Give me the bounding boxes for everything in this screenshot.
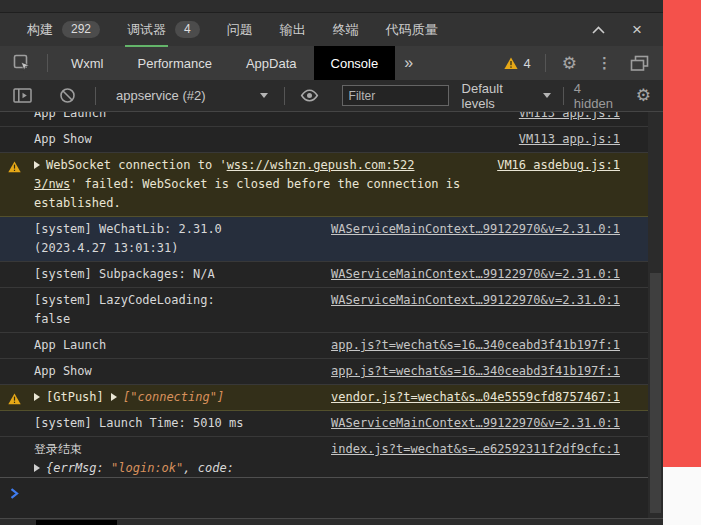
console-input-line[interactable] [0,477,648,519]
panel-tab-label: 终端 [333,21,359,39]
log-levels-selector[interactable]: Default levels [462,81,551,111]
panel-tab-5[interactable]: 代码质量 [386,13,438,46]
console-row: [system] WeChatLib: 2.31.0(2023.4.27 13:… [0,217,648,262]
expand-arrow-icon[interactable] [34,464,40,472]
source-link[interactable]: WAServiceMainContext…99122970&v=2.31.0:1 [331,414,620,433]
console-row: [system] Subpackages: N/AWAServiceMainCo… [0,262,648,288]
source-link[interactable]: WAServiceMainContext…99122970&v=2.31.0:1 [331,265,620,284]
panel-tab-badge: 292 [62,21,100,38]
devtools-tab-console[interactable]: Console [314,46,396,80]
devtools-tab-performance[interactable]: Performance [121,46,229,80]
source-link[interactable]: vendor.js?t=wechat&s…04e5559cfd8757467:1 [331,388,620,407]
panel-tab-0[interactable]: 构建292 [27,13,100,46]
source-link[interactable]: app.js?t=wechat&s=16…340ceabd3f41b197f:1 [331,336,620,355]
devtools-tabs: WxmlPerformanceAppDataConsole [54,46,395,80]
execution-context-selector[interactable]: appservice (#2) [116,88,268,103]
simulator-edge-bottom [663,467,701,525]
console-row: [GtPush] ["connecting"]vendor.js?t=wecha… [0,385,648,411]
panel-tab-3[interactable]: 输出 [280,13,306,46]
console-row: App Showapp.js?t=wechat&s=16…340ceabd3f4… [0,359,648,385]
message-text: [system] Subpackages: N/A [34,267,215,281]
context-selector-label: appservice (#2) [116,88,206,103]
console-scrollbar[interactable] [648,112,663,518]
undock-windows-icon[interactable] [622,55,655,72]
console-row: [system] LazyCodeLoading:falseWAServiceM… [0,288,648,333]
debugger-panel: 构建292调试器4问题输出终端代码质量 × WxmlPerformanceApp… [0,0,663,525]
console-toolbar: appservice (#2) Default levels 4 hidden … [0,80,663,112]
inline-link[interactable]: wss://wshzn.gepush.com:522 [227,158,415,172]
expand-arrow-icon[interactable] [34,393,40,401]
inspect-element-icon[interactable] [13,54,31,72]
chevron-down-icon [543,93,551,98]
source-link[interactable]: WAServiceMainContext…99122970&v=2.31.0:1 [331,220,620,239]
console-message: [system] WeChatLib: 2.31.0(2023.4.27 13:… [34,220,321,258]
warning-icon [504,57,518,70]
warning-count[interactable]: 4 [504,56,531,71]
message-text: established. [34,196,121,210]
message-text: (2023.4.27 13:01:31) [34,241,179,255]
console-settings-gear-icon[interactable]: ⚙ [626,87,663,104]
message-text: [system] LazyCodeLoading: [34,293,215,307]
simulator-edge [663,0,701,467]
titlebar-strip [0,0,663,13]
panel-tab-label: 问题 [227,21,253,39]
panel-tab-2[interactable]: 问题 [227,13,253,46]
message-text: WebSocket connection to ' [46,158,227,172]
console-sidebar-toggle-icon[interactable] [0,88,41,103]
console-message: [system] Subpackages: N/A [34,265,321,284]
warning-icon [8,160,21,179]
console-row: WebSocket connection to 'wss://wshzn.gep… [0,153,648,217]
message-text: App Show [34,364,92,378]
console-message: [GtPush] ["connecting"] [34,388,321,407]
message-text: [GtPush] [46,390,111,404]
message-text: , code: [183,461,234,475]
devtools-tab-wxml[interactable]: Wxml [54,46,121,80]
console-message: WebSocket connection to 'wss://wshzn.gep… [34,156,487,213]
settings-gear-icon[interactable]: ⚙ [552,55,587,72]
warning-count-label: 4 [524,56,531,71]
divider [545,54,546,72]
inline-link[interactable]: 3/nws [34,177,70,191]
source-link[interactable]: WAServiceMainContext…99122970&v=2.31.0:1 [331,291,620,310]
live-expression-eye-icon[interactable] [291,89,328,102]
devtools-tab-appdata[interactable]: AppData [229,46,314,80]
console-row: [system] Launch Time: 5010 msWAServiceMa… [0,411,648,437]
source-link[interactable]: app.js?t=wechat&s=16…340ceabd3f41b197f:1 [331,362,620,381]
kebab-menu-icon[interactable]: ⋮ [587,54,622,72]
clear-console-icon[interactable] [50,87,85,104]
console-message: App Show [34,362,321,381]
window-controls: × [592,21,663,38]
console-row: App Launchapp.js?t=wechat&s=16…340ceabd3… [0,333,648,359]
panel-tab-badge: 4 [175,21,200,38]
message-text: 登录结束 [34,442,82,456]
message-text: App Show [34,132,92,146]
panel-tab-label: 调试器 [127,21,166,39]
expand-arrow-icon[interactable] [34,161,40,169]
message-text: {errMsg: [46,461,111,475]
source-link[interactable]: VM113 app.js:1 [519,130,620,149]
expand-arrow-icon[interactable] [111,393,117,401]
message-text: App Launch [34,338,106,352]
source-link[interactable]: VM16 asdebug.js:1 [497,156,620,175]
console-row: App ShowVM113 app.js:1 [0,127,648,153]
close-panel-icon[interactable]: × [632,21,642,38]
divider [47,54,48,72]
more-tabs-icon[interactable]: » [395,54,422,72]
filter-input[interactable] [342,85,449,106]
panel-tab-4[interactable]: 终端 [333,13,359,46]
devtools-tabbar-right: 4 ⚙ ⋮ [504,54,663,72]
panel-tab-label: 代码质量 [386,21,438,39]
message-text: ' failed: WebSocket is closed before the… [70,177,460,191]
console-row: 登录结束{errMsg: "login:ok", code: "0d1cmXGa… [0,437,648,477]
collapse-panel-icon[interactable] [592,26,605,34]
console-message: App Launch [34,112,509,123]
source-link[interactable]: VM113 app.js:1 [519,112,620,123]
scrollbar-thumb[interactable] [650,273,661,513]
panel-tab-label: 构建 [27,21,53,39]
panel-tab-1[interactable]: 调试器4 [127,13,200,46]
console-message: App Launch [34,336,321,355]
hidden-messages-count: 4 hidden [574,81,622,111]
source-link[interactable]: index.js?t=wechat&s=…e62592311f2df9cfc:1 [331,440,620,459]
message-text: [system] WeChatLib: 2.31.0 [34,222,222,236]
console-prompt-icon [10,485,19,503]
